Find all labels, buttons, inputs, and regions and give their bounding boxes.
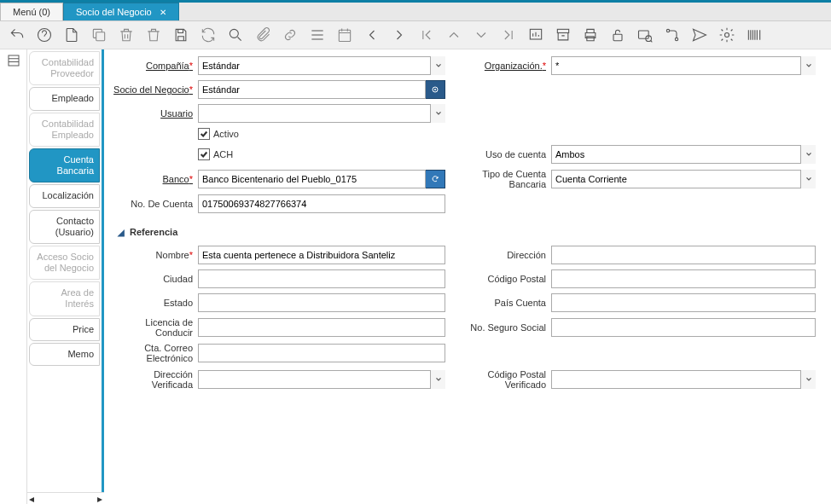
chevron-down-icon[interactable] <box>800 370 816 389</box>
help-icon[interactable] <box>36 26 53 43</box>
sidebar-item-area[interactable]: Area de Interés <box>29 281 100 316</box>
socio-input[interactable] <box>198 80 426 99</box>
sidebar-item-price[interactable]: Price <box>29 318 100 341</box>
label-usuario[interactable]: Usuario <box>113 108 198 119</box>
label-banco[interactable]: Banco* <box>113 174 198 184</box>
nav-scrollbar[interactable]: ◂ ▸ <box>27 492 104 504</box>
label-compania[interactable]: Compañía* <box>113 61 198 71</box>
workflow-icon[interactable] <box>664 26 681 43</box>
svg-point-2 <box>230 29 238 38</box>
licencia-input[interactable] <box>198 318 445 337</box>
chevron-down-icon[interactable] <box>430 56 445 75</box>
nombre-input[interactable] <box>198 246 445 264</box>
link-icon[interactable] <box>282 26 299 43</box>
sidebar-item-localizacion[interactable]: Localización <box>29 184 100 207</box>
banco-refresh-button[interactable] <box>425 170 445 188</box>
direccion-input[interactable] <box>551 246 816 264</box>
lock-icon[interactable] <box>609 26 626 43</box>
ciudad-input[interactable] <box>198 269 445 288</box>
scroll-right-icon[interactable]: ▸ <box>97 493 102 505</box>
delete-all-icon[interactable] <box>145 26 162 43</box>
sidebar-label: Area de Interés <box>61 287 94 309</box>
send-icon[interactable] <box>691 26 708 43</box>
organizacion-select[interactable] <box>551 56 816 75</box>
delete-icon[interactable] <box>118 26 135 43</box>
toolbar <box>0 21 831 49</box>
calendar-icon[interactable] <box>336 26 353 43</box>
cp-verif-select[interactable] <box>551 370 816 389</box>
new-icon[interactable] <box>63 26 80 43</box>
label-licencia: Licencia de Conducir <box>113 317 198 338</box>
ach-checkbox[interactable]: ACH <box>198 148 233 160</box>
prev-icon[interactable] <box>363 26 381 43</box>
sidebar-label: Contacto (Usuario) <box>55 216 94 237</box>
save-icon[interactable] <box>172 26 189 43</box>
tab-active-label: Socio del Negocio <box>76 7 152 17</box>
list-icon[interactable] <box>309 26 326 43</box>
report-icon[interactable] <box>527 26 544 43</box>
gear-icon[interactable] <box>718 26 735 43</box>
correo-input[interactable] <box>198 344 445 362</box>
svg-rect-5 <box>557 29 568 32</box>
codigo-postal-input[interactable] <box>551 269 816 288</box>
chevron-down-icon[interactable] <box>430 104 445 123</box>
tab-menu-label: Menú (0) <box>13 7 50 17</box>
compania-select[interactable] <box>198 56 445 75</box>
label-organizacion[interactable]: Organización.* <box>466 61 551 71</box>
down-icon[interactable] <box>473 26 490 43</box>
label-tipo-cuenta: Tipo de Cuenta Bancaria <box>466 169 551 189</box>
svg-rect-12 <box>9 55 19 66</box>
archive-icon[interactable] <box>555 26 572 43</box>
tab-socio[interactable]: Socio del Negocio ✕ <box>63 3 179 20</box>
usuario-select[interactable] <box>198 104 445 123</box>
tipo-cuenta-select[interactable] <box>551 170 816 188</box>
socio-lookup-button[interactable] <box>425 80 445 99</box>
sidebar-label: Price <box>73 324 94 334</box>
label-direccion: Dirección <box>466 250 551 260</box>
undo-icon[interactable] <box>9 26 26 43</box>
estado-input[interactable] <box>198 293 445 312</box>
sidebar-item-empleado[interactable]: Empleado <box>29 87 100 110</box>
attach-icon[interactable] <box>254 26 271 43</box>
sidebar-item-contab-prov[interactable]: Contabilidad Proveedor <box>29 51 100 85</box>
activo-checkbox[interactable]: Activo <box>198 128 239 140</box>
chevron-down-icon[interactable] <box>800 170 816 188</box>
ach-label: ACH <box>213 149 233 159</box>
sidebar-item-contacto[interactable]: Contacto (Usuario) <box>29 210 100 244</box>
seguro-input[interactable] <box>551 318 816 337</box>
close-icon[interactable]: ✕ <box>160 8 166 17</box>
copy-icon[interactable] <box>90 26 108 43</box>
form-area: Compañía* Organización.* Socio del Negoc… <box>104 49 831 504</box>
chevron-down-icon[interactable] <box>800 145 816 164</box>
no-cuenta-input[interactable] <box>198 194 445 213</box>
next-icon[interactable] <box>391 26 408 43</box>
chevron-down-icon[interactable] <box>430 370 445 389</box>
barcode-icon[interactable] <box>746 26 763 43</box>
dir-verif-select[interactable] <box>198 370 445 389</box>
zoom-icon[interactable] <box>636 26 654 43</box>
scroll-left-icon[interactable]: ◂ <box>29 493 34 505</box>
activo-label: Activo <box>213 129 239 139</box>
sidebar-item-acceso[interactable]: Acceso Socio del Negocio <box>29 246 100 280</box>
up-icon[interactable] <box>445 26 462 43</box>
pais-cuenta-input[interactable] <box>551 293 816 312</box>
label-socio[interactable]: Socio del Negocio* <box>113 84 198 95</box>
side-nav: Contabilidad Proveedor Empleado Contabil… <box>27 49 104 492</box>
last-icon[interactable] <box>500 26 517 43</box>
search-icon[interactable] <box>227 26 244 43</box>
banco-input[interactable] <box>198 170 426 188</box>
sidebar-item-memo[interactable]: Memo <box>29 343 100 366</box>
chevron-down-icon[interactable] <box>800 56 816 75</box>
detail-icon[interactable] <box>6 53 21 71</box>
svg-rect-6 <box>613 34 622 40</box>
uso-cuenta-select[interactable] <box>551 145 816 164</box>
sidebar-item-contab-emp[interactable]: Contabilidad Empleado <box>29 113 100 147</box>
tab-menu[interactable]: Menú (0) <box>0 3 63 20</box>
sidebar-item-cuenta-bancaria[interactable]: Cuenta Bancaria <box>29 148 100 182</box>
section-referencia[interactable]: ◢ Referencia <box>118 227 816 237</box>
refresh-icon[interactable] <box>200 26 217 43</box>
first-icon[interactable] <box>418 26 435 43</box>
label-nombre: Nombre* <box>113 250 198 260</box>
print-icon[interactable] <box>582 26 599 43</box>
collapse-icon[interactable]: ◢ <box>118 228 125 237</box>
